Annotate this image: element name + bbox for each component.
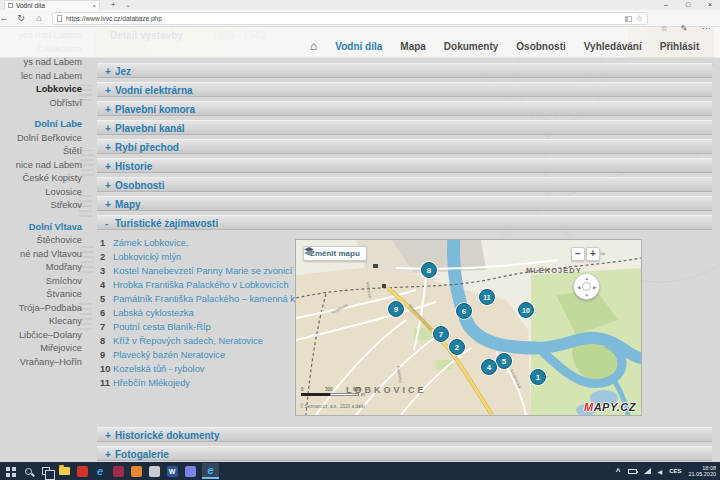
sidebar-item[interactable]: Klecany bbox=[0, 315, 82, 329]
attraction-link[interactable]: Labská cyklostezka bbox=[113, 308, 194, 318]
attraction-link[interactable]: Kříž v Řepových sadech, Neratovice bbox=[113, 336, 263, 346]
nav-item-vyhledavani[interactable]: Vyhledávání bbox=[584, 41, 642, 52]
sidebar-item[interactable]: Štvanice bbox=[0, 288, 82, 302]
mapycz-logo[interactable]: MAPY.CZ bbox=[584, 401, 636, 413]
accordion-section-mapy[interactable]: +Mapy bbox=[97, 196, 712, 211]
site-home-icon[interactable]: ⌂ bbox=[310, 39, 317, 53]
attraction-link[interactable]: Plavecký bazén Neratovice bbox=[113, 350, 225, 360]
nav-item-mapa[interactable]: Mapa bbox=[400, 41, 426, 52]
internet-explorer-icon[interactable]: e bbox=[94, 465, 106, 477]
url-input[interactable]: https://www.lvvc.cz/databaze.php ☆ bbox=[52, 12, 648, 25]
sidebar-item[interactable]: ys nad Labem bbox=[0, 56, 82, 70]
sidebar-item[interactable]: Miřejovice bbox=[0, 342, 82, 356]
sidebar-item[interactable]: Modřany bbox=[0, 261, 82, 275]
sidebar-item[interactable]: lec nad Labem bbox=[0, 70, 82, 84]
reading-view-icon[interactable] bbox=[625, 16, 632, 22]
sidebar-item[interactable]: Vraňany–Hořín bbox=[0, 356, 82, 370]
attraction-link[interactable]: Památník Františka Palackého – kamenná k… bbox=[113, 294, 312, 304]
edge-taskbar-icon-active[interactable]: e bbox=[202, 463, 219, 479]
accordion-section-historie[interactable]: +Historie bbox=[97, 158, 712, 173]
word-icon[interactable]: W bbox=[166, 465, 178, 477]
map-marker-6[interactable]: 6 bbox=[456, 303, 472, 319]
battery-icon[interactable] bbox=[628, 469, 637, 474]
attraction-link[interactable]: Hrobka Františka Palackého v Lobkovicích bbox=[113, 280, 289, 290]
sidebar-item[interactable]: Smíchov bbox=[0, 275, 82, 289]
sidebar-group-dolni-labe[interactable]: Dolní Labe bbox=[0, 118, 82, 132]
sidebar-item[interactable]: Štětí bbox=[0, 145, 82, 159]
start-button[interactable] bbox=[4, 465, 16, 477]
map-marker-8[interactable]: 8 bbox=[421, 262, 437, 278]
window-maximize-button[interactable]: □ bbox=[678, 0, 698, 10]
map-marker-10[interactable]: 10 bbox=[518, 302, 534, 318]
attraction-link[interactable]: Poutní cesta Blaník-Říp bbox=[113, 322, 211, 332]
accordion-section-historicke-dokumenty[interactable]: +Historické dokumenty bbox=[97, 427, 712, 442]
taskbar-app-maroon-icon[interactable] bbox=[112, 465, 124, 477]
map-marker-2[interactable]: 2 bbox=[449, 339, 465, 355]
accordion-section-plavebni-kanal[interactable]: +Plavební kanál bbox=[97, 120, 712, 135]
taskbar-app-red-icon[interactable] bbox=[76, 465, 88, 477]
sidebar-group-dolni-vltava[interactable]: Dolní Vltava bbox=[0, 221, 82, 235]
map-marker-9[interactable]: 9 bbox=[388, 301, 404, 317]
sidebar-item[interactable]: Obříství bbox=[0, 97, 82, 111]
attraction-link[interactable]: Kozelská tůň - rybolov bbox=[113, 364, 204, 374]
map-marker-7[interactable]: 7 bbox=[433, 326, 449, 342]
language-indicator[interactable]: CES bbox=[669, 468, 681, 474]
map-pan-control[interactable]: ▲ ▼ ◀ ▶ bbox=[573, 273, 600, 300]
tab-close-icon[interactable]: × bbox=[92, 3, 96, 9]
favorites-hub-icon[interactable]: ☆ bbox=[656, 21, 672, 36]
task-view-icon[interactable] bbox=[40, 465, 52, 477]
zoom-out-button[interactable]: − bbox=[571, 247, 585, 261]
accordion-section-turisticke-zajimavosti[interactable]: -Turistické zajímavosti bbox=[97, 215, 712, 230]
network-icon[interactable] bbox=[644, 468, 651, 474]
attraction-link[interactable]: Hřebčín Mlékojedy bbox=[113, 378, 190, 388]
sidebar-item[interactable]: Trója–Podbaba bbox=[0, 302, 82, 316]
accordion-section-jez[interactable]: +Jez bbox=[97, 63, 712, 78]
taskbar-clock[interactable]: 18:08 21.05.2020 bbox=[688, 465, 716, 478]
attraction-link[interactable]: Zámek Lobkovice, bbox=[113, 238, 188, 248]
sidebar-item-lobkovice[interactable]: Lobkovice bbox=[0, 83, 82, 97]
browser-home-button[interactable]: ⌂ bbox=[32, 12, 46, 25]
sidebar-item[interactable]: Střekov bbox=[0, 199, 82, 213]
taskbar-app-purple-icon[interactable] bbox=[184, 465, 196, 477]
nav-item-prihlasit[interactable]: Přihlásit bbox=[660, 41, 699, 52]
embedded-map[interactable]: Tišická Mělnická Vojtěšská Mladoboleslav… bbox=[295, 239, 642, 416]
taskbar-app-orange-icon[interactable] bbox=[130, 465, 142, 477]
tray-chevron-icon[interactable]: ^ bbox=[616, 467, 621, 476]
pan-left-icon[interactable]: ◀ bbox=[577, 285, 580, 290]
attraction-link[interactable]: Kostel Nanebevzetí Panny Marie se zvonic… bbox=[113, 266, 292, 276]
sidebar-item[interactable]: nice nad Labem bbox=[0, 159, 82, 173]
accordion-section-vodni-elektrarna[interactable]: +Vodní elektrárna bbox=[97, 82, 712, 97]
file-explorer-icon[interactable] bbox=[58, 465, 70, 477]
volume-icon[interactable]: ◀ bbox=[658, 468, 663, 475]
accordion-section-osobnosti[interactable]: +Osobnosti bbox=[97, 177, 712, 192]
sidebar-item[interactable]: Lovosice bbox=[0, 186, 82, 200]
map-marker-11[interactable]: 11 bbox=[479, 289, 495, 305]
accordion-section-plavebni-komora[interactable]: +Plavební komora bbox=[97, 101, 712, 116]
window-close-button[interactable]: × bbox=[700, 0, 720, 10]
map-marker-4[interactable]: 4 bbox=[481, 359, 497, 375]
pan-down-icon[interactable]: ▼ bbox=[585, 293, 589, 298]
add-favorite-icon[interactable]: ☆ bbox=[636, 14, 643, 24]
nav-item-dokumenty[interactable]: Dokumenty bbox=[444, 41, 498, 52]
accordion-section-rybi-prechod[interactable]: +Rybí přechod bbox=[97, 139, 712, 154]
map-marker-1[interactable]: 1 bbox=[530, 369, 546, 385]
nav-item-osobnosti[interactable]: Osobnosti bbox=[516, 41, 565, 52]
nav-item-vodni-dila[interactable]: Vodní díla bbox=[335, 41, 382, 52]
annotate-icon[interactable]: ✎ bbox=[676, 21, 692, 36]
change-map-button[interactable]: Změnit mapu bbox=[303, 246, 367, 261]
attraction-link[interactable]: Lobkovický mlýn bbox=[113, 252, 181, 262]
new-tab-button[interactable]: + bbox=[106, 0, 120, 10]
pan-up-icon[interactable]: ▲ bbox=[585, 276, 589, 281]
refresh-button[interactable]: ↻ bbox=[14, 12, 28, 25]
more-options-icon[interactable]: ⋯ bbox=[698, 21, 714, 36]
sidebar-item[interactable]: né nad Vltavou bbox=[0, 248, 82, 262]
sidebar-item[interactable]: Libčice–Dolany bbox=[0, 329, 82, 343]
tab-menu-icon[interactable]: ⌄ bbox=[122, 0, 134, 10]
zoom-in-button[interactable]: + bbox=[586, 247, 600, 261]
sidebar-item[interactable]: Štěchovice bbox=[0, 234, 82, 248]
taskbar-search-icon[interactable] bbox=[22, 465, 34, 477]
browser-tab[interactable]: Vodní díla × bbox=[4, 0, 100, 10]
sidebar-item[interactable]: České Kopisty bbox=[0, 172, 82, 186]
window-minimize-button[interactable]: – bbox=[656, 0, 676, 10]
sidebar-item[interactable]: Dolní Beřkovice bbox=[0, 132, 82, 146]
